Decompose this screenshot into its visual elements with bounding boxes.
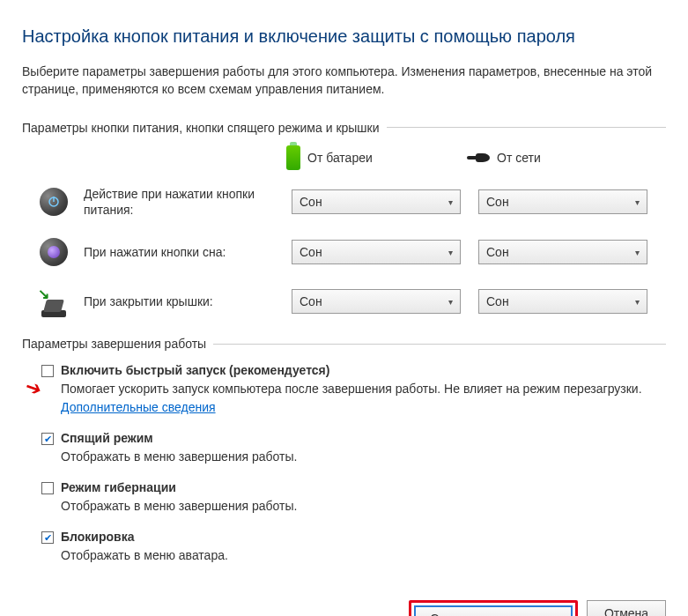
chevron-down-icon: ▾ — [635, 248, 640, 257]
row-sleep-button: При нажатии кнопки сна: Сон ▾ Сон ▾ — [22, 238, 666, 266]
option-lock: ✔ Блокировка Отображать в меню аватара. — [41, 528, 666, 565]
sleep-button-battery-select[interactable]: Сон ▾ — [292, 240, 461, 264]
row-power-button-label: Действие при нажатии кнопки питания: — [84, 186, 292, 219]
lid-close-ac-select[interactable]: Сон ▾ — [478, 289, 647, 314]
chevron-down-icon: ▾ — [635, 297, 640, 307]
sleep-button-icon — [40, 238, 68, 266]
lock-desc: Отображать в меню аватара. — [61, 546, 666, 565]
sleep-desc: Отображать в меню завершения работы. — [61, 448, 666, 466]
fast-startup-checkbox[interactable] — [41, 365, 54, 377]
power-button-icon — [40, 188, 68, 216]
lid-close-icon: ↘ — [40, 289, 68, 317]
row-power-button: Действие при нажатии кнопки питания: Сон… — [22, 186, 666, 219]
footer-buttons: Сохранить изменения Отмена — [22, 600, 666, 616]
group-header-buttons-text: Параметры кнопки питания, кнопки спящего… — [22, 121, 380, 135]
power-button-battery-select[interactable]: Сон ▾ — [292, 189, 461, 214]
group-header-shutdown-text: Параметры завершения работы — [22, 337, 206, 351]
option-sleep: ✔ Спящий режим Отображать в меню заверше… — [41, 429, 666, 466]
sleep-checkbox[interactable]: ✔ — [41, 433, 54, 445]
cancel-button[interactable]: Отмена — [587, 600, 666, 616]
chevron-down-icon: ▾ — [635, 197, 640, 207]
annotation-arrow-icon: ➔ — [21, 372, 46, 404]
fast-startup-desc: Помогает ускорить запуск компьютера посл… — [61, 382, 642, 396]
lock-title: Блокировка — [61, 528, 134, 546]
option-fast-startup: ➔ Включить быстрый запуск (рекомендуется… — [41, 361, 666, 417]
power-button-ac-select[interactable]: Сон ▾ — [478, 189, 647, 214]
lock-checkbox[interactable]: ✔ — [41, 531, 54, 544]
page-description: Выберите параметры завершения работы для… — [22, 63, 666, 99]
col-ac-label: От сети — [497, 151, 541, 165]
col-battery-label: От батареи — [307, 151, 373, 165]
hibernate-title: Режим гибернации — [61, 479, 176, 497]
more-info-link[interactable]: Дополнительные сведения — [61, 400, 216, 414]
chevron-down-icon: ▾ — [448, 297, 453, 307]
option-hibernate: Режим гибернации Отображать в меню завер… — [41, 479, 666, 516]
chevron-down-icon: ▾ — [448, 248, 453, 257]
plug-icon — [467, 152, 490, 164]
battery-icon — [286, 145, 300, 170]
sleep-title: Спящий режим — [61, 429, 153, 448]
columns-header: От батареи От сети — [286, 145, 666, 170]
page-title: Настройка кнопок питания и включение защ… — [22, 26, 666, 47]
chevron-down-icon: ▾ — [448, 197, 453, 207]
save-button[interactable]: Сохранить изменения — [414, 605, 573, 616]
sleep-button-ac-select[interactable]: Сон ▾ — [478, 240, 647, 264]
fast-startup-title: Включить быстрый запуск (рекомендуется) — [61, 361, 329, 380]
hibernate-checkbox[interactable] — [41, 482, 54, 494]
row-lid-close-label: При закрытии крышки: — [84, 293, 292, 310]
group-header-shutdown: Параметры завершения работы — [22, 337, 666, 351]
row-lid-close: ↘ При закрытии крышки: Сон ▾ Сон ▾ — [22, 286, 666, 317]
group-header-buttons: Параметры кнопки питания, кнопки спящего… — [22, 121, 666, 135]
row-sleep-button-label: При нажатии кнопки сна: — [84, 244, 292, 261]
annotation-highlight-box: Сохранить изменения — [409, 600, 578, 616]
hibernate-desc: Отображать в меню завершения работы. — [61, 497, 666, 516]
lid-close-battery-select[interactable]: Сон ▾ — [292, 289, 461, 314]
